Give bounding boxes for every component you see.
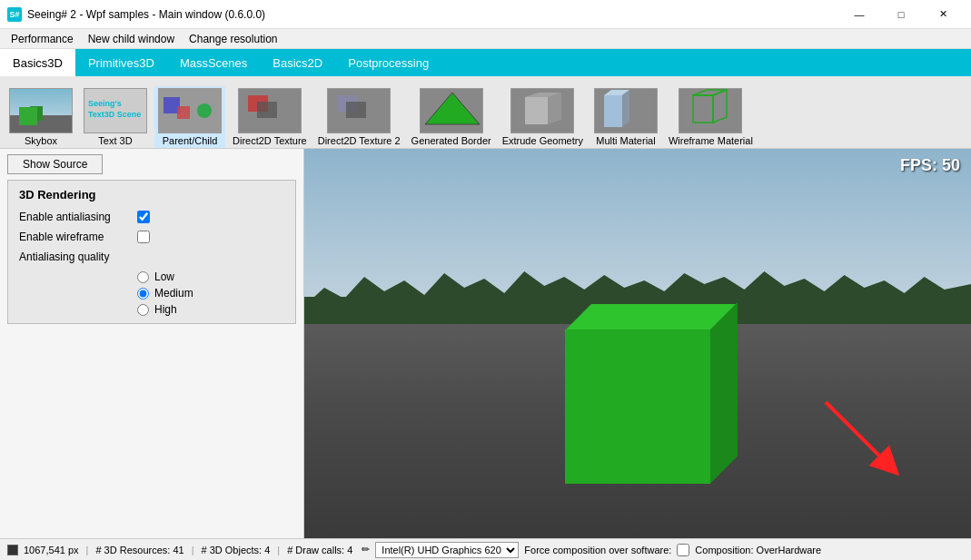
sample-skybox[interactable]: Skybox [5,86,76,148]
svg-point-9 [197,103,212,118]
cube-right-face [710,302,738,484]
multimaterial-thumb-svg [595,88,657,133]
sample-multimaterial[interactable]: Multi Material [590,86,661,148]
tab-basics3d[interactable]: Basics3D [0,49,75,76]
sample-label-multimaterial: Multi Material [596,135,655,146]
sample-thumb-parentchild [158,88,222,133]
sample-parentchild[interactable]: Parent/Child [154,86,225,148]
svg-rect-23 [604,95,622,127]
menu-performance[interactable]: Performance [4,31,81,47]
tab-primitives3d[interactable]: Primitives3D [75,49,167,76]
quality-high-label: High [154,303,177,316]
green-cube [565,329,710,484]
antialiasing-label: Enable antialiasing [19,211,137,223]
sample-thumb-text3d: Seeing's Text3D Scene [84,88,147,133]
sample-text3d[interactable]: Seeing's Text3D Scene Text 3D [80,86,151,148]
antialiasing-checkbox[interactable] [137,211,150,223]
arrow-indicator [808,384,917,493]
quality-low-radio[interactable] [137,271,149,283]
cube-top-face [564,304,737,331]
sample-direct2dtexture2[interactable]: Direct2D Texture 2 [314,86,404,148]
wireframe-control [137,231,150,243]
sample-thumb-direct2dtexture [238,88,302,133]
svg-marker-25 [622,90,629,127]
viewport-background: FPS: 50 [304,149,971,538]
quality-medium-option[interactable]: Medium [137,287,284,300]
quality-low-option[interactable]: Low [137,270,284,283]
quality-high-option[interactable]: High [137,303,284,316]
maximize-button[interactable]: □ [880,0,922,29]
skybox-thumb-svg [10,88,72,133]
status-icon [7,545,18,555]
status-sep3: | [277,545,280,555]
status-force-composition-checkbox[interactable] [677,544,689,556]
status-resolution: 1067,541 px [24,545,79,555]
sample-thumb-wireframematerial [679,88,742,133]
left-panel: Show Source 3D Rendering Enable antialia… [0,149,304,538]
quality-radio-group: Low Medium High [137,270,284,316]
fps-display: FPS: 50 [900,156,960,175]
settings-panel: 3D Rendering Enable antialiasing Enable … [7,180,296,324]
svg-rect-15 [346,102,366,118]
menu-change-resolution[interactable]: Change resolution [182,31,284,47]
antialiasing-control [137,211,150,223]
sample-label-direct2dtexture2: Direct2D Texture 2 [318,135,401,146]
svg-rect-8 [177,106,190,119]
wireframe-row: Enable wireframe [19,231,284,243]
samples-row: Skybox Seeing's Text3D Scene Text 3D Par… [0,76,971,149]
quality-medium-label: Medium [154,287,193,300]
quality-low-label: Low [154,270,174,283]
sample-extrudegeometry[interactable]: Extrude Geometry [499,86,587,148]
svg-rect-19 [525,97,548,124]
tab-basics2d[interactable]: Basics2D [260,49,335,76]
text3d-thumb-svg: Seeing's Text3D Scene [84,88,146,133]
parentchild-thumb-svg [159,88,221,133]
settings-panel-title: 3D Rendering [19,188,284,201]
svg-text:Text3D Scene: Text3D Scene [88,110,141,119]
sample-label-direct2dtexture: Direct2D Texture [233,135,307,146]
sample-label-text3d: Text 3D [98,135,132,146]
close-button[interactable]: ✕ [922,0,964,29]
svg-rect-2 [30,106,43,121]
quality-medium-radio[interactable] [137,288,149,300]
status-pencil-icon: ✏ [362,544,370,555]
svg-rect-12 [257,102,277,118]
sample-thumb-skybox [9,88,73,133]
app-icon: S# [7,7,22,22]
sample-thumb-extrudegeometry [510,88,574,133]
status-resources: # 3D Resources: 41 [95,545,183,555]
show-source-button[interactable]: Show Source [7,154,103,174]
status-drawcalls: # Draw calls: 4 [287,545,352,555]
sample-thumb-multimaterial [594,88,658,133]
status-gpu-select[interactable]: Intel(R) UHD Graphics 620 [375,542,519,558]
menu-new-child-window[interactable]: New child window [81,31,182,47]
title-bar-controls: — □ ✕ [838,0,964,29]
status-composition: Composition: OverHardware [695,545,821,555]
viewport[interactable]: FPS: 50 [304,149,971,538]
sample-label-parentchild: Parent/Child [163,135,218,146]
tab-postprocessing[interactable]: Postprocessing [335,49,441,76]
main-area: Show Source 3D Rendering Enable antialia… [0,149,971,538]
sample-generatedborder[interactable]: Generated Border [408,86,495,148]
quality-high-radio[interactable] [137,304,149,316]
sample-thumb-direct2dtexture2 [327,88,391,133]
status-sep1: | [86,545,89,555]
svg-marker-21 [548,93,561,124]
minimize-button[interactable]: — [838,0,880,29]
wireframe-checkbox[interactable] [137,231,150,243]
sample-wireframematerial[interactable]: Wireframe Material [665,86,757,148]
tab-massscenes[interactable]: MassScenes [167,49,260,76]
sample-thumb-generatedborder [420,88,483,133]
quality-row: Antialiasing quality [19,251,284,263]
sample-label-skybox: Skybox [25,135,57,146]
status-objects: # 3D Objects: 4 [202,545,271,555]
status-sep2: | [192,545,194,555]
title-bar: S# Seeing# 2 - Wpf samples - Main window… [0,0,971,29]
window-title: Seeing# 2 - Wpf samples - Main window (0… [27,8,265,21]
sample-direct2dtexture[interactable]: Direct2D Texture [229,86,311,148]
status-force-composition-label: Force composition over software: [524,545,671,555]
title-bar-left: S# Seeing# 2 - Wpf samples - Main window… [7,7,265,22]
quality-label: Antialiasing quality [19,251,137,263]
svg-line-31 [826,402,889,466]
sample-label-extrudegeometry: Extrude Geometry [502,135,583,146]
